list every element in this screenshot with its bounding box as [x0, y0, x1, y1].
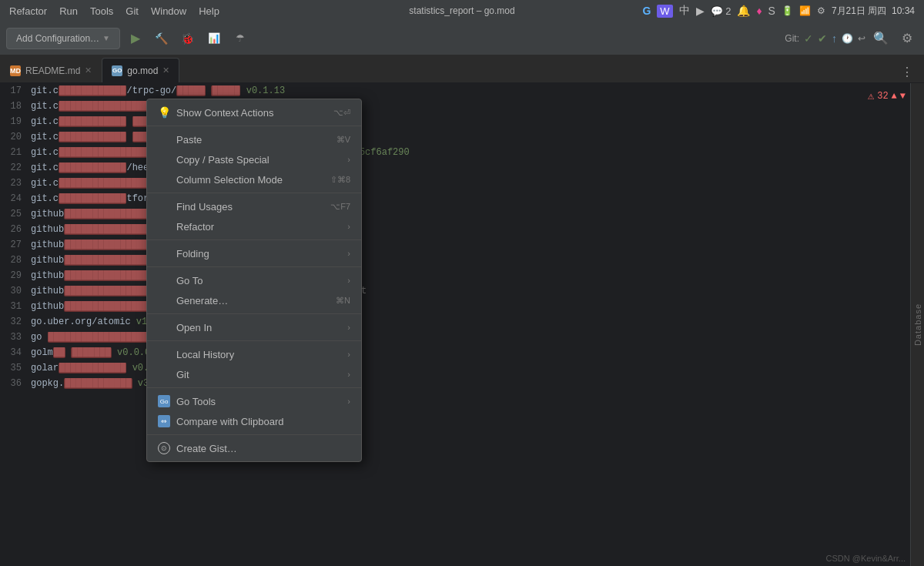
- table-row: 17git.c████████████/trpc-go/█████ █████ …: [0, 83, 924, 99]
- table-row: 28github████████████████████ v██.3.1: [0, 253, 924, 268]
- table-row: 25github██████████████████ v0.3.0: [0, 206, 924, 222]
- add-configuration-button[interactable]: Add Configuration… ▼: [6, 28, 120, 49]
- menu-item-go-tools[interactable]: GoGo Tools›: [147, 391, 361, 411]
- watermark: CSDN @Kevin&Arr...: [826, 554, 906, 563]
- code-editor[interactable]: ⚠ 32 ▲ ▼ 17git.c████████████/trpc-go/███…: [0, 83, 924, 566]
- tab-readme[interactable]: MD README.md ✕: [0, 58, 102, 82]
- menu-tools[interactable]: Tools: [90, 5, 113, 17]
- table-row: 27github████████████████████████ v1.2.0: [0, 237, 924, 253]
- profile-button[interactable]: 📊: [203, 28, 225, 49]
- run-button[interactable]: ▶: [125, 28, 146, 49]
- go-tools-icon: Go: [158, 395, 170, 407]
- line-content: golar████████████ v0.3.7: [31, 363, 166, 373]
- menu-separator: [147, 239, 361, 240]
- menu-item-open-in[interactable]: Open In›: [147, 317, 361, 337]
- tab-gomod[interactable]: GO go.mod ✕: [102, 58, 179, 82]
- menu-item-show-context[interactable]: 💡Show Context Actions⌥⏎: [147, 102, 361, 122]
- error-down-arrow[interactable]: ▼: [900, 91, 906, 102]
- menu-git[interactable]: Git: [126, 5, 139, 17]
- empty-icon: [158, 274, 170, 286]
- menu-shortcut: ⌥F7: [330, 202, 350, 212]
- settings-button[interactable]: ⚙: [896, 28, 918, 49]
- empty-icon: [158, 153, 170, 166]
- mac-menu-right: G W 中 ▶ 💬 2 🔔 ♦ S 🔋 📶 ⚙ 7月21日 周四 10:34: [642, 4, 915, 18]
- line-number: 35: [0, 363, 31, 373]
- context-menu: 💡Show Context Actions⌥⏎Paste⌘VCopy / Pas…: [146, 99, 362, 462]
- line-number: 30: [0, 286, 31, 296]
- submenu-arrow-icon: ›: [347, 249, 350, 258]
- menu-refactor[interactable]: Refactor: [9, 5, 47, 17]
- line-number: 28: [0, 255, 31, 266]
- menu-item-compare-clipboard[interactable]: ⇔Compare with Clipboard: [147, 411, 361, 431]
- table-row: 21git.c████████████████████████████ v0.0…: [0, 145, 924, 160]
- more-tabs-button[interactable]: ⋮: [896, 61, 918, 82]
- menu-item-refactor[interactable]: Refactor›: [147, 216, 361, 236]
- table-row: 19git.c████████████ ████ ████████ v0.3.1: [0, 114, 924, 129]
- empty-icon: [158, 220, 170, 233]
- submenu-arrow-icon: ›: [347, 370, 350, 379]
- line-number: 32: [0, 316, 31, 327]
- table-row: 29github████████████████████████ v2.29.1…: [0, 268, 924, 283]
- table-row: 26github██████████████████████: [0, 222, 924, 237]
- submenu-arrow-icon: ›: [347, 350, 350, 359]
- line-content: git.c████████████/trpc-go/█████ █████ v0…: [31, 85, 285, 96]
- table-row: 33go █████████████████████ v1.4.0: [0, 330, 924, 345]
- line-number: 36: [0, 378, 31, 389]
- menu-item-git[interactable]: Git›: [147, 364, 361, 384]
- menu-label: Paste: [176, 134, 330, 146]
- menu-label: Open In: [176, 322, 338, 333]
- tab-readme-label: README.md: [25, 65, 80, 76]
- icon-wifi: 📶: [799, 5, 811, 16]
- menu-item-column-selection[interactable]: Column Selection Mode⇧⌘8: [147, 169, 361, 189]
- table-row: 34golm██ ███████ v0.0.0-20210510120150-4…: [0, 345, 924, 360]
- empty-icon: [158, 173, 170, 186]
- menu-label: Git: [176, 369, 338, 380]
- menu-shortcut: ⌥⏎: [333, 108, 350, 118]
- menu-label: Go Tools: [176, 396, 338, 407]
- menu-label: Folding: [176, 248, 338, 260]
- line-number: 23: [0, 178, 31, 189]
- right-panel[interactable]: Database: [910, 83, 924, 566]
- error-up-arrow[interactable]: ▲: [892, 91, 897, 102]
- icon-bell: 🔔: [737, 5, 750, 17]
- search-button[interactable]: 🔍: [870, 28, 892, 49]
- menu-item-generate[interactable]: Generate…⌘N: [147, 290, 361, 310]
- compare-icon: ⇔: [158, 415, 170, 427]
- right-panel-label: Database: [913, 303, 922, 346]
- readme-tab-icon: MD: [10, 65, 21, 76]
- menu-item-copy-paste-special[interactable]: Copy / Paste Special›: [147, 149, 361, 169]
- submenu-arrow-icon: ›: [347, 276, 350, 285]
- menu-separator: [147, 193, 361, 193]
- tab-readme-close[interactable]: ✕: [85, 65, 92, 75]
- menu-label: Local History: [176, 349, 338, 360]
- table-row: 31github████████████████████████ v██28.0: [0, 299, 924, 314]
- menu-window[interactable]: Window: [151, 5, 186, 17]
- menu-run[interactable]: Run: [59, 5, 78, 17]
- line-number: 21: [0, 147, 31, 158]
- coverage-button[interactable]: ☂: [229, 28, 251, 49]
- line-number: 26: [0, 224, 31, 235]
- menu-item-create-gist[interactable]: ⊙Create Gist…: [147, 438, 361, 458]
- empty-icon: [158, 200, 170, 213]
- line-number: 34: [0, 347, 31, 358]
- menu-label: Go To: [176, 275, 338, 286]
- menu-item-local-history[interactable]: Local History›: [147, 344, 361, 364]
- icon-chat: 💬 2: [711, 5, 732, 17]
- tab-gomod-close[interactable]: ✕: [162, 65, 169, 75]
- menu-item-find-usages[interactable]: Find Usages⌥F7: [147, 196, 361, 216]
- table-row: 35golar████████████ v0.3.7: [0, 360, 924, 376]
- git-label: Git:: [785, 33, 799, 44]
- menu-item-go-to[interactable]: Go To›: [147, 270, 361, 290]
- tabs-right-actions: ⋮: [896, 61, 924, 82]
- menu-item-folding[interactable]: Folding›: [147, 243, 361, 263]
- debug-button[interactable]: 🐞: [177, 28, 199, 49]
- error-count: 32: [877, 91, 888, 102]
- icon-g: G: [642, 5, 651, 17]
- submenu-arrow-icon: ›: [347, 155, 350, 164]
- icon-w: W: [657, 5, 672, 18]
- menu-help[interactable]: Help: [199, 5, 219, 17]
- menu-item-paste[interactable]: Paste⌘V: [147, 129, 361, 149]
- table-row: 18git.c████████████████████ v0.2.2: [0, 99, 924, 114]
- build-button[interactable]: 🔨: [151, 28, 172, 49]
- empty-icon: [158, 247, 170, 260]
